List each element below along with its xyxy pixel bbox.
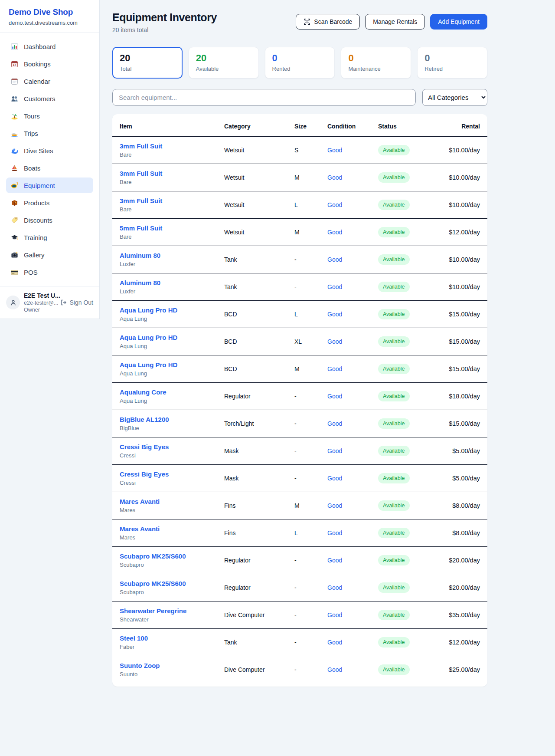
- sidebar-item-dive-sites[interactable]: Dive Sites: [6, 143, 93, 158]
- item-cell: Aqualung Core Aqua Lung: [112, 383, 221, 410]
- sidebar-item-tours[interactable]: Tours: [6, 108, 93, 124]
- user-email: e2e-tester@...: [24, 300, 56, 306]
- item-name-link[interactable]: Scubapro MK25/S600: [120, 580, 217, 587]
- sidebar-item-training[interactable]: Training: [6, 230, 93, 245]
- item-name-link[interactable]: 3mm Full Suit: [120, 142, 217, 150]
- item-name-link[interactable]: 5mm Full Suit: [120, 224, 217, 232]
- stat-card-rented[interactable]: 0 Rented: [265, 47, 335, 79]
- condition-link[interactable]: Good: [327, 611, 342, 618]
- condition-link[interactable]: Good: [327, 256, 342, 263]
- table-row: Aluminum 80 Luxfer Tank - Good Available…: [112, 246, 487, 273]
- column-header-status: Status: [375, 115, 435, 137]
- stat-card-retired[interactable]: 0 Retired: [417, 47, 487, 79]
- status-cell: Available: [375, 328, 435, 355]
- add-equipment-button[interactable]: Add Equipment: [430, 14, 487, 30]
- sidebar-item-pos[interactable]: POS: [6, 264, 93, 280]
- condition-link[interactable]: Good: [327, 529, 342, 536]
- item-cell: Aqua Lung Pro HD Aqua Lung: [112, 355, 221, 383]
- condition-link[interactable]: Good: [327, 311, 342, 318]
- condition-link[interactable]: Good: [327, 365, 342, 372]
- table-row: Mares Avanti Mares Fins M Good Available…: [112, 492, 487, 519]
- rental-cell: $18.00/day: [435, 383, 487, 410]
- manage-rentals-button[interactable]: Manage Rentals: [365, 14, 425, 30]
- condition-link[interactable]: Good: [327, 584, 342, 591]
- sidebar-item-discounts[interactable]: Discounts: [6, 212, 93, 228]
- stat-card-available[interactable]: 20 Available: [189, 47, 259, 79]
- item-name-link[interactable]: Mares Avanti: [120, 525, 217, 532]
- item-cell: Aqua Lung Pro HD Aqua Lung: [112, 301, 221, 328]
- condition-cell: Good: [324, 219, 375, 246]
- condition-link[interactable]: Good: [327, 229, 342, 236]
- item-brand: Shearwater: [120, 616, 217, 623]
- sidebar-item-bookings[interactable]: 17 Bookings: [6, 56, 93, 72]
- sidebar-item-customers[interactable]: Customers: [6, 91, 93, 106]
- calendar-date-icon: 17: [10, 60, 18, 68]
- condition-link[interactable]: Good: [327, 201, 342, 208]
- condition-link[interactable]: Good: [327, 174, 342, 181]
- table-row: Aqua Lung Pro HD Aqua Lung BCD M Good Av…: [112, 355, 487, 383]
- item-brand: Cressi: [120, 452, 217, 459]
- condition-link[interactable]: Good: [327, 283, 342, 290]
- condition-link[interactable]: Good: [327, 447, 342, 454]
- category-cell: Dive Computer: [221, 602, 291, 629]
- item-name-link[interactable]: Aluminum 80: [120, 279, 217, 286]
- item-name-link[interactable]: 3mm Full Suit: [120, 197, 217, 204]
- item-name-link[interactable]: Mares Avanti: [120, 498, 217, 505]
- condition-link[interactable]: Good: [327, 147, 342, 154]
- sidebar-item-products[interactable]: Products: [6, 195, 93, 210]
- sidebar-item-trips[interactable]: Trips: [6, 125, 93, 141]
- brand-domain: demo.test.divestreams.com: [9, 20, 91, 26]
- item-brand: Scubapro: [120, 589, 217, 595]
- scan-barcode-label: Scan Barcode: [314, 18, 352, 25]
- stat-card-maintenance[interactable]: 0 Maintenance: [341, 47, 411, 79]
- condition-link[interactable]: Good: [327, 639, 342, 646]
- condition-cell: Good: [324, 465, 375, 492]
- item-brand: Luxfer: [120, 261, 217, 267]
- item-name-link[interactable]: Steel 100: [120, 634, 217, 642]
- item-name-link[interactable]: BigBlue AL1200: [120, 416, 217, 423]
- item-name-link[interactable]: Shearwater Peregrine: [120, 607, 217, 615]
- rental-cell: $5.00/day: [435, 465, 487, 492]
- item-name-link[interactable]: Aluminum 80: [120, 252, 217, 259]
- item-name-link[interactable]: Cressi Big Eyes: [120, 443, 217, 450]
- sidebar-item-equipment[interactable]: Equipment: [6, 177, 93, 193]
- equipment-table-card: Item Category Size Condition Status Rent…: [112, 114, 487, 687]
- category-cell: Mask: [221, 465, 291, 492]
- item-name-link[interactable]: 3mm Full Suit: [120, 170, 217, 177]
- item-name-link[interactable]: Aqua Lung Pro HD: [120, 361, 217, 368]
- item-name-link[interactable]: Scubapro MK25/S600: [120, 552, 217, 560]
- sign-out-button[interactable]: Sign Out: [60, 299, 93, 306]
- sidebar-item-gallery[interactable]: Gallery: [6, 247, 93, 263]
- category-cell: Regulator: [221, 547, 291, 574]
- brand-name[interactable]: Demo Dive Shop: [9, 7, 91, 17]
- condition-link[interactable]: Good: [327, 338, 342, 345]
- stat-label: Retired: [424, 66, 480, 72]
- sidebar-item-calendar[interactable]: Calendar: [6, 73, 93, 89]
- sidebar-nav: Dashboard 17 Bookings Calendar Customers…: [0, 33, 99, 286]
- condition-link[interactable]: Good: [327, 420, 342, 427]
- user-role: Owner: [24, 307, 56, 313]
- condition-link[interactable]: Good: [327, 393, 342, 400]
- condition-link[interactable]: Good: [327, 557, 342, 564]
- category-select[interactable]: All Categories: [422, 89, 487, 106]
- condition-link[interactable]: Good: [327, 502, 342, 509]
- condition-link[interactable]: Good: [327, 475, 342, 482]
- motorboat-icon: [10, 130, 18, 137]
- search-input[interactable]: [112, 89, 416, 106]
- item-name-link[interactable]: Aqua Lung Pro HD: [120, 334, 217, 341]
- item-name-link[interactable]: Aqualung Core: [120, 388, 217, 396]
- scan-barcode-button[interactable]: Scan Barcode: [296, 14, 360, 30]
- category-cell: BCD: [221, 301, 291, 328]
- item-name-link[interactable]: Cressi Big Eyes: [120, 470, 217, 478]
- size-cell: M: [291, 355, 324, 383]
- condition-link[interactable]: Good: [327, 666, 342, 673]
- add-equipment-label: Add Equipment: [438, 18, 480, 25]
- sidebar-item-dashboard[interactable]: Dashboard: [6, 39, 93, 54]
- stat-card-total[interactable]: 20 Total: [112, 47, 183, 79]
- table-row: BigBlue AL1200 BigBlue Torch/Light - Goo…: [112, 410, 487, 437]
- condition-cell: Good: [324, 137, 375, 164]
- item-name-link[interactable]: Suunto Zoop: [120, 662, 217, 669]
- sidebar-item-boats[interactable]: Boats: [6, 160, 93, 176]
- size-cell: M: [291, 164, 324, 191]
- item-name-link[interactable]: Aqua Lung Pro HD: [120, 306, 217, 314]
